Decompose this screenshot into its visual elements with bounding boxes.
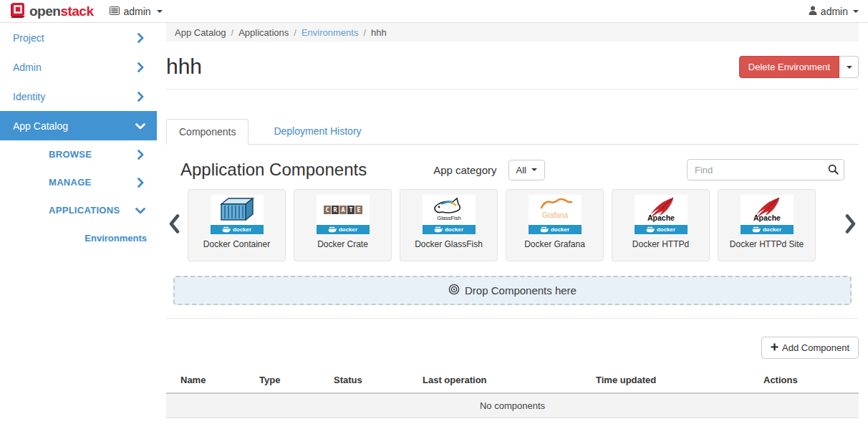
breadcrumb: App Catalog / Applications / Environment… [166,23,859,42]
components-table: Name Type Status Last operation Time upd… [166,369,859,418]
docker-ribbon: docker [635,225,688,234]
plus-icon [771,342,778,353]
tab-bar: Components Deployment History [166,119,859,145]
add-component-button[interactable]: Add Component [761,337,859,359]
breadcrumb-current: hhh [371,27,387,38]
drop-components-zone[interactable]: Drop Components here [173,276,852,305]
openstack-logo-icon [9,2,25,21]
component-card-docker-glassfish[interactable]: GlassFish docker Docker GlassFish [400,189,498,261]
docker-ribbon: docker [423,225,476,234]
docker-ribbon: docker [211,225,264,234]
apache-icon: Apache [635,195,688,225]
delete-environment-dropdown-toggle[interactable] [839,56,859,78]
docker-ribbon: docker [317,225,370,234]
docker-container-icon [211,195,264,225]
column-header-status: Status [334,369,423,393]
component-card-docker-grafana[interactable]: Grafana docker Docker Grafana [506,189,604,261]
svg-text:Grafana: Grafana [541,211,568,219]
sidebar-item-project[interactable]: Project [0,23,157,52]
grafana-icon: Grafana [529,195,582,225]
svg-text:C: C [325,206,329,213]
chevron-right-icon [137,62,144,72]
component-card-label: Docker Crate [294,239,391,249]
chevron-down-icon [137,121,144,131]
breadcrumb-environments-link[interactable]: Environments [302,27,358,38]
components-heading: Application Components [180,160,367,180]
section-divider [166,318,859,319]
component-card-docker-crate[interactable]: C R A T E docker [294,189,392,261]
openstack-logo-text: openstack [29,4,94,19]
component-card-label: Docker HTTPd [612,239,709,249]
svg-text:A: A [341,206,344,213]
chevron-right-icon [137,33,144,43]
list-icon [110,6,120,17]
component-card-docker-container[interactable]: docker Docker Container [188,189,286,261]
chevron-right-icon [137,92,144,102]
sidebar: Project Admin Identity App Catalog BROWS… [0,23,157,424]
tab-components[interactable]: Components [166,119,249,145]
caret-down-icon [157,10,163,13]
chevron-right-icon [137,150,144,160]
docker-ribbon: docker [741,225,794,234]
sidebar-item-manage[interactable]: MANAGE [0,168,157,196]
column-header-name: Name [166,369,259,393]
breadcrumb-applications: Applications [238,27,289,38]
sidebar-item-environments[interactable]: Environments [0,224,157,252]
component-card-docker-httpd-site[interactable]: Apache docker Docker HTTPd Site [718,189,816,261]
component-card-label: Docker Container [188,239,285,249]
magnifier-icon[interactable] [828,164,839,178]
bullseye-icon [448,284,460,297]
caret-down-icon [853,10,859,13]
title-divider [166,89,859,90]
component-card-label: Docker GlassFish [400,239,497,249]
component-card-docker-httpd[interactable]: Apache docker Docker HTTPd [612,189,710,261]
context-label: admin [124,6,151,17]
topbar: openstack admin admin [0,0,868,23]
column-header-type: Type [259,369,334,393]
column-header-last-operation: Last operation [423,369,596,393]
sidebar-item-app-catalog[interactable]: App Catalog [0,111,157,140]
carousel-left-arrow[interactable] [168,214,181,236]
dropzone-label: Drop Components here [465,284,577,297]
svg-text:E: E [357,206,360,213]
svg-text:Apache: Apache [647,213,675,222]
find-input[interactable] [687,159,844,180]
openstack-logo[interactable]: openstack [9,2,94,21]
user-name: admin [821,6,848,17]
empty-message: No components [166,393,859,418]
user-menu[interactable]: admin [809,6,859,17]
tab-deployment-history[interactable]: Deployment History [261,119,373,144]
sidebar-item-identity[interactable]: Identity [0,82,157,111]
crate-icon: C R A T E [317,195,370,225]
app-category-label: App category [433,164,496,176]
empty-table-row: No components [166,393,859,418]
apache-icon: Apache [741,195,794,225]
svg-text:Apache: Apache [753,213,781,222]
sidebar-item-applications[interactable]: APPLICATIONS [0,196,157,224]
caret-down-icon [847,66,852,69]
user-icon [809,6,817,17]
chevron-down-icon [137,206,144,216]
docker-ribbon: docker [529,225,582,234]
table-header-row: Name Type Status Last operation Time upd… [166,369,859,393]
component-card-label: Docker Grafana [506,239,603,249]
page-title: hhh [166,56,202,77]
sidebar-item-browse[interactable]: BROWSE [0,140,157,168]
sidebar-item-admin[interactable]: Admin [0,52,157,82]
components-carousel: docker Docker Container C R [166,189,859,261]
glassfish-icon: GlassFish [423,195,476,225]
caret-down-icon [531,168,537,171]
project-context-switcher[interactable]: admin [110,6,163,17]
delete-environment-button[interactable]: Delete Environment [739,56,839,78]
chevron-right-icon [137,178,144,188]
svg-text:GlassFish: GlassFish [437,215,460,221]
carousel-right-arrow[interactable] [844,214,857,236]
svg-text:R: R [333,206,337,213]
column-header-actions: Actions [763,369,859,393]
delete-environment-button-group: Delete Environment [739,56,859,78]
app-category-dropdown[interactable]: All [508,160,545,180]
svg-text:T: T [349,206,352,213]
app-window: openstack admin admin [0,0,868,424]
breadcrumb-app-catalog: App Catalog [175,27,226,38]
column-header-time-updated: Time updated [596,369,763,393]
